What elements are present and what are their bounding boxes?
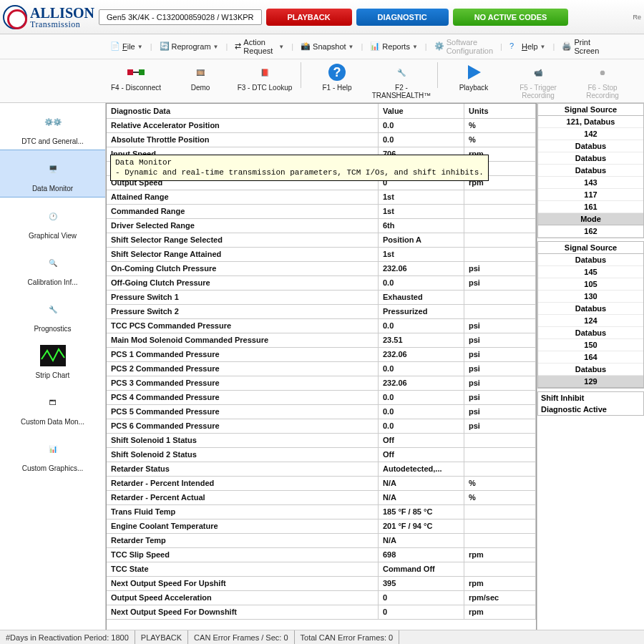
panel-row: 117: [538, 189, 643, 201]
table-row[interactable]: Retarder - Percent IntendedN/A%: [107, 476, 536, 490]
table-row[interactable]: Pressure Switch 1Exhausted: [107, 290, 536, 304]
table-row[interactable]: Output Speed Acceleration0rpm/sec: [107, 590, 536, 605]
tooltip-body: - Dynamic and real-time transmission par…: [115, 167, 484, 177]
table-row[interactable]: TCC PCS Commanded Pressure0.0psi: [107, 318, 536, 333]
table-row[interactable]: Relative Accelerator Position0.0%: [107, 118, 536, 132]
menubar: 📄File▼ | 🔄Reprogram▼ | ⇄Action Request▼ …: [0, 34, 644, 59]
cell-value: 1st: [379, 190, 464, 204]
help-icon: ?: [509, 42, 519, 52]
menu-software-config[interactable]: ⚙️Software Configuration: [431, 36, 496, 57]
table-row[interactable]: Main Mod Solenoid Commanded Pressure23.5…: [107, 333, 536, 347]
table-row[interactable]: Commanded Range1st: [107, 204, 536, 218]
cell-diag: Retarder - Percent Intended: [107, 476, 379, 490]
diagnostic-chip[interactable]: DIAGNOSTIC: [356, 9, 449, 26]
table-row[interactable]: Retarder TempN/A: [107, 533, 536, 547]
trigger-recording-button[interactable]: 📹F5 - Trigger Recording: [509, 62, 567, 99]
col-value[interactable]: Value: [379, 104, 464, 118]
table-row[interactable]: Trans Fluid Temp185 °F / 85 °C: [107, 504, 536, 519]
cell-diag: Pressure Switch 2: [107, 304, 379, 318]
table-row[interactable]: PCS 1 Commanded Pressure232.06psi: [107, 347, 536, 361]
sidebar-item-prognostics[interactable]: 🔧Prognostics: [0, 291, 105, 337]
table-row[interactable]: Driver Selected Range6th: [107, 218, 536, 233]
table-row[interactable]: PCS 2 Commanded Pressure0.0psi: [107, 361, 536, 376]
sidebar-item-dtc[interactable]: ⚙️⚙️DTC and General...: [0, 103, 105, 150]
table-row[interactable]: TCC StateCommand Off: [107, 562, 536, 576]
table-row[interactable]: Absolute Throttle Position0.0%: [107, 132, 536, 147]
app-header: ALLISON Transmission Gen5 3K/4K - C13200…: [0, 0, 644, 34]
panel-row: Databus: [538, 165, 643, 177]
panel1-mode: Mode: [538, 213, 643, 225]
cell-diag: TCC PCS Commanded Pressure: [107, 318, 379, 333]
sidebar-item-graphical-view[interactable]: 🕐Graphical View: [0, 197, 105, 244]
menu-snapshot[interactable]: 📸Snapshot▼: [298, 39, 356, 54]
dtc-lookup-button[interactable]: 📕F3 - DTC Lookup: [236, 62, 293, 92]
camera-icon: 📹: [528, 62, 548, 82]
sidebar-item-calibration[interactable]: 🔍Calibration Inf...: [0, 244, 105, 291]
cell-value: N/A: [379, 476, 464, 490]
cell-value: 0.0: [379, 361, 464, 376]
col-units[interactable]: Units: [464, 104, 536, 118]
table-row[interactable]: Retarder - Percent ActualN/A%: [107, 490, 536, 504]
panel-row: Diagnostic Active: [538, 404, 643, 415]
col-diagnostic[interactable]: Diagnostic Data: [107, 104, 379, 118]
transhealth-button[interactable]: 🔧F2 - TRANSHEALTH™: [373, 62, 430, 99]
sidebar-item-strip-chart[interactable]: Strip Chart: [0, 337, 105, 384]
table-row[interactable]: PCS 3 Commanded Pressure232.06psi: [107, 376, 536, 390]
table-row[interactable]: Next Output Speed For Upshift395rpm: [107, 576, 536, 590]
cell-units: [464, 247, 536, 261]
panel-row: Shift Inhibit: [538, 392, 643, 404]
diagnostic-table-wrap[interactable]: Diagnostic Data Value Units Relative Acc…: [106, 103, 537, 644]
table-row[interactable]: Shift Selector Range Attained1st: [107, 247, 536, 261]
disconnect-button[interactable]: F4 - Disconnect: [107, 62, 165, 92]
cell-units: psi: [464, 376, 536, 390]
codes-chip[interactable]: NO ACTIVE CODES: [453, 9, 569, 26]
table-row[interactable]: Shift Selector Range SelectedPosition A: [107, 233, 536, 247]
cell-value: N/A: [379, 490, 464, 504]
table-row[interactable]: PCS 4 Commanded Pressure0.0psi: [107, 390, 536, 404]
menu-help[interactable]: ?Help▼: [507, 39, 549, 54]
menu-reprogram[interactable]: 🔄Reprogram▼: [157, 39, 222, 54]
help-button[interactable]: ?F1 - Help: [308, 62, 366, 92]
table-row[interactable]: PCS 6 Commanded Pressure0.0psi: [107, 419, 536, 433]
status-reactivation: #Days in Reactivation Period: 1800: [0, 630, 135, 644]
reports-icon: 📊: [370, 42, 380, 52]
cell-diag: PCS 5 Commanded Pressure: [107, 404, 379, 419]
menu-action-request[interactable]: ⇄Action Request▼: [232, 36, 287, 57]
table-row[interactable]: Shift Solenoid 1 StatusOff: [107, 433, 536, 447]
menu-reports[interactable]: 📊Reports▼: [367, 39, 420, 54]
menu-file[interactable]: 📄File▼: [107, 39, 146, 54]
re-label: Re: [633, 14, 641, 21]
stop-recording-button[interactable]: ⏺F6 - Stop Recording: [574, 62, 631, 99]
sidebar-item-data-monitor[interactable]: 🖥️Data Monitor: [0, 150, 105, 197]
sidebar-item-custom-data-mon[interactable]: 🗔Custom Data Mon...: [0, 384, 105, 430]
table-row[interactable]: On-Coming Clutch Pressure232.06psi: [107, 261, 536, 275]
demo-button[interactable]: 🎞️Demo: [172, 62, 229, 92]
table-row[interactable]: Off-Going Clutch Pressure0.0psi: [107, 275, 536, 290]
panel-row: Databus: [538, 327, 643, 339]
table-row[interactable]: Engine Coolant Temperature201 °F / 94 °C: [107, 519, 536, 533]
cell-diag: Absolute Throttle Position: [107, 132, 379, 147]
cell-units: psi: [464, 261, 536, 275]
sidebar: ⚙️⚙️DTC and General... 🖥️Data Monitor 🕐G…: [0, 103, 106, 644]
table-row[interactable]: Retarder StatusAutodetected,...: [107, 462, 536, 476]
main-area: ⚙️⚙️DTC and General... 🖥️Data Monitor 🕐G…: [0, 103, 644, 644]
svg-rect-1: [139, 69, 145, 75]
cell-diag: Retarder Temp: [107, 533, 379, 547]
table-row[interactable]: Pressure Switch 2Pressurized: [107, 304, 536, 318]
sidebar-item-custom-graphics[interactable]: 📊Custom Graphics...: [0, 430, 105, 477]
film-icon: 🎞️: [190, 62, 210, 82]
table-row[interactable]: Shift Solenoid 2 StatusOff: [107, 447, 536, 462]
cell-value: 0.0: [379, 132, 464, 147]
panel-row: 142: [538, 128, 643, 140]
table-row[interactable]: Next Output Speed For Downshift0rpm: [107, 605, 536, 619]
playback-button[interactable]: Playback: [445, 62, 502, 92]
table-row[interactable]: Attained Range1st: [107, 190, 536, 204]
table-row[interactable]: PCS 5 Commanded Pressure0.0psi: [107, 404, 536, 419]
table-row[interactable]: TCC Slip Speed698rpm: [107, 547, 536, 562]
playback-chip[interactable]: PLAYBACK: [266, 9, 352, 26]
cell-value: Exhausted: [379, 290, 464, 304]
cell-units: rpm: [464, 605, 536, 619]
stop-icon: ⏺: [592, 62, 613, 82]
dashboard-icon: 📊: [37, 434, 69, 463]
menu-print-screen[interactable]: 🖨️Print Screen: [559, 36, 602, 57]
